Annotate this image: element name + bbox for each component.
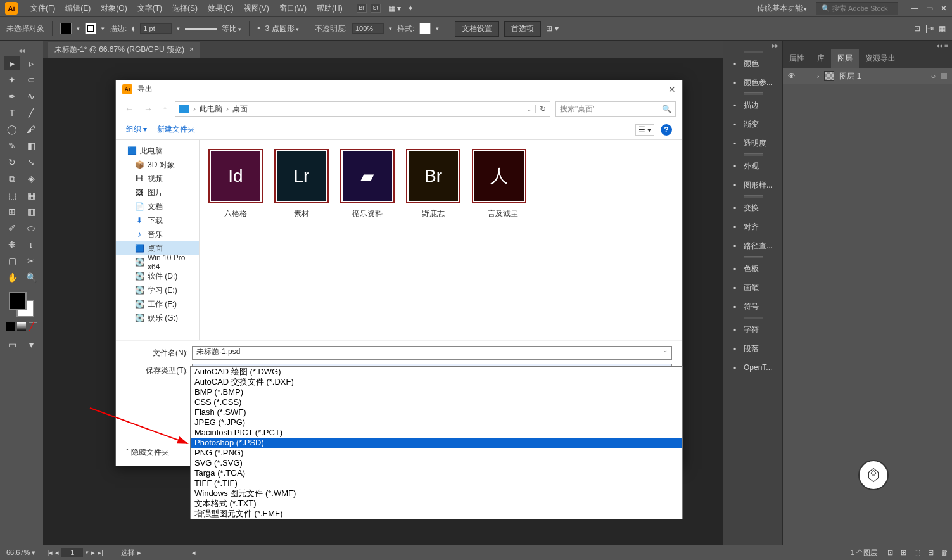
filetype-option-9[interactable]: SVG (*.SVG) — [191, 458, 682, 468]
nav-forward-icon[interactable]: → — [141, 104, 155, 114]
zoom-tool[interactable]: 🔍 — [23, 270, 39, 284]
mesh-tool[interactable]: ⊞ — [4, 205, 20, 219]
stock-icon[interactable]: St — [371, 4, 381, 13]
tab-close-icon[interactable]: × — [189, 45, 194, 54]
sb-icon-1[interactable]: ⊡ — [884, 549, 897, 557]
filetype-option-4[interactable]: Flash (*.SWF) — [191, 407, 682, 417]
panel-item-7[interactable]: ▪变换 — [723, 198, 782, 217]
file-item-4[interactable]: 人一言及诚呈 — [472, 149, 526, 219]
panel-tab-2[interactable]: 图层 — [831, 49, 859, 68]
perspective-tool[interactable]: ▦ — [23, 188, 39, 202]
color-swatch[interactable] — [9, 292, 34, 317]
panel-item-1[interactable]: ▪颜色参... — [723, 73, 782, 92]
tree-node-12[interactable]: 💽娱乐 (G:) — [116, 311, 199, 325]
filetype-option-13[interactable]: 文本格式 (*.TXT) — [191, 499, 682, 509]
type-tool[interactable]: T — [4, 106, 20, 120]
artboard-tool[interactable]: ▢ — [4, 254, 20, 268]
ellipse-tool[interactable]: ◯ — [4, 122, 20, 136]
direct-selection-tool[interactable]: ▹ — [23, 56, 39, 70]
menu-item-1[interactable]: 编辑(E) — [60, 3, 96, 14]
gpu-icon[interactable]: ✦ — [407, 4, 414, 13]
shape-builder-tool[interactable]: ⬚ — [4, 188, 20, 202]
filetype-option-1[interactable]: AutoCAD 交换文件 (*.DXF) — [191, 377, 682, 387]
doc-setup-button[interactable]: 文档设置 — [455, 21, 499, 37]
panel-tab-3[interactable]: 资源导出 — [859, 49, 902, 68]
prev-artboard-icon[interactable]: ◂ — [55, 549, 59, 557]
brush-tool[interactable]: 🖌 — [23, 122, 39, 136]
shaper-tool[interactable]: ✎ — [4, 139, 20, 153]
expand-icon[interactable]: › — [817, 73, 819, 80]
panel-tab-0[interactable]: 属性 — [783, 49, 811, 68]
tree-node-4[interactable]: 📄文档 — [116, 200, 199, 213]
sb-icon-2[interactable]: ⊞ — [897, 549, 910, 557]
menu-item-0[interactable]: 文件(F) — [25, 3, 60, 14]
tree-node-9[interactable]: 💽软件 (D:) — [116, 269, 199, 283]
brush-style[interactable]: 3 点圆形 — [265, 23, 299, 34]
breadcrumb-part-0[interactable]: 此电脑 — [200, 104, 222, 115]
sb-icon-5[interactable]: 🗑 — [937, 549, 952, 556]
opt-icon-2[interactable]: |⇥ — [925, 24, 934, 33]
filetype-option-2[interactable]: BMP (*.BMP) — [191, 387, 682, 397]
view-mode-icon[interactable]: ☰ ▾ — [635, 124, 654, 136]
layer-name[interactable]: 图层 1 — [839, 71, 861, 82]
fill-swatch[interactable] — [60, 23, 72, 34]
tree-node-0[interactable]: 🟦此电脑 — [116, 144, 199, 158]
menu-item-8[interactable]: 帮助(H) — [312, 3, 348, 14]
organize-button[interactable]: 组织 ▾ — [126, 124, 147, 135]
breadcrumb-part-1[interactable]: 桌面 — [232, 104, 248, 115]
panel-item-10[interactable]: ▪色板 — [723, 259, 782, 278]
curvature-tool[interactable]: ∿ — [23, 89, 39, 103]
panel-item-12[interactable]: ▪符号 — [723, 297, 782, 316]
tree-node-1[interactable]: 📦3D 对象 — [116, 158, 199, 172]
prefs-button[interactable]: 首选项 — [504, 21, 541, 37]
menu-item-3[interactable]: 文字(T) — [132, 3, 167, 14]
filetype-option-3[interactable]: CSS (*.CSS) — [191, 397, 682, 407]
tree-node-3[interactable]: 🖼图片 — [116, 186, 199, 200]
screen-mode[interactable]: ▭ — [4, 338, 20, 352]
opt-icon-3[interactable]: ▦ — [939, 24, 946, 33]
tree-node-2[interactable]: 🎞视频 — [116, 172, 199, 186]
filetype-option-8[interactable]: PNG (*.PNG) — [191, 448, 682, 458]
dialog-search-input[interactable]: 搜索"桌面" 🔍 — [555, 101, 676, 117]
menu-item-6[interactable]: 视图(V) — [239, 3, 274, 14]
file-item-3[interactable]: Br野鹿志 — [406, 149, 460, 219]
magic-wand-tool[interactable]: ✦ — [4, 73, 20, 87]
selection-tool[interactable]: ▸ — [4, 56, 20, 70]
rotate-tool[interactable]: ↻ — [4, 155, 20, 169]
help-icon[interactable]: ? — [661, 124, 672, 136]
document-tab[interactable]: 未标题-1* @ 66.67% (RGB/GPU 预览) × — [48, 42, 200, 58]
lasso-tool[interactable]: ⊂ — [23, 73, 39, 87]
panel-item-11[interactable]: ▪画笔 — [723, 278, 782, 297]
stroke-profile[interactable] — [185, 28, 217, 30]
menu-item-2[interactable]: 对象(O) — [96, 3, 132, 14]
opt-icon-1[interactable]: ⊡ — [914, 24, 920, 33]
panel-item-5[interactable]: ▪外观 — [723, 156, 782, 175]
opacity-input[interactable]: 100% — [352, 23, 384, 34]
align-options-icon[interactable]: ⊞ ▾ — [546, 24, 558, 33]
hand-tool[interactable]: ✋ — [4, 270, 20, 284]
visibility-icon[interactable]: 👁 — [788, 72, 798, 80]
panel-item-4[interactable]: ▪透明度 — [723, 134, 782, 153]
filetype-option-0[interactable]: AutoCAD 绘图 (*.DWG) — [191, 367, 682, 377]
file-item-2[interactable]: ▰循乐资料 — [340, 149, 395, 219]
filetype-option-7[interactable]: Photoshop (*.PSD) — [191, 438, 682, 448]
line-tool[interactable]: ╱ — [23, 106, 39, 120]
panel-item-13[interactable]: ▪字符 — [723, 320, 782, 339]
eyedropper-tool[interactable]: ✐ — [4, 221, 20, 235]
free-transform-tool[interactable]: ◈ — [23, 172, 39, 186]
maximize-icon[interactable]: ▭ — [926, 4, 933, 13]
new-folder-button[interactable]: 新建文件夹 — [157, 124, 195, 135]
panel-item-9[interactable]: ▪路径查... — [723, 236, 782, 255]
close-icon[interactable]: ✕ — [941, 4, 947, 13]
next-artboard-icon[interactable]: ▸ — [91, 549, 95, 557]
last-artboard-icon[interactable]: ▸| — [98, 549, 103, 557]
panel-item-6[interactable]: ▪图形样... — [723, 175, 782, 194]
file-item-1[interactable]: Lr素材 — [274, 149, 329, 219]
scale-tool[interactable]: ⤡ — [23, 155, 39, 169]
symbol-sprayer-tool[interactable]: ❋ — [4, 238, 20, 251]
stroke-width-input[interactable]: 1 pt — [140, 23, 172, 34]
nav-up-icon[interactable]: ↑ — [160, 104, 170, 114]
file-item-0[interactable]: Id六格格 — [208, 149, 263, 219]
panel-item-14[interactable]: ▪段落 — [723, 339, 782, 358]
target-icon[interactable]: ○ — [931, 72, 936, 80]
